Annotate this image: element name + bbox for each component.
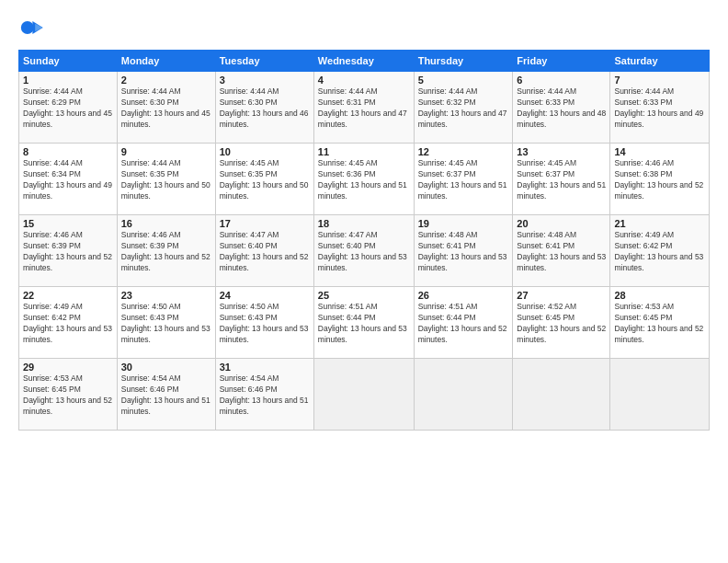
calendar-cell: [313, 359, 414, 431]
day-number: 25: [318, 290, 410, 301]
calendar-cell: [414, 359, 513, 431]
day-info: Sunrise: 4:50 AMSunset: 6:43 PMDaylight:…: [220, 302, 310, 346]
day-info: Sunrise: 4:44 AMSunset: 6:32 PMDaylight:…: [418, 86, 509, 131]
day-number: 16: [121, 218, 211, 229]
day-info: Sunrise: 4:44 AMSunset: 6:34 PMDaylight:…: [23, 158, 113, 202]
day-info: Sunrise: 4:46 AMSunset: 6:39 PMDaylight:…: [121, 230, 211, 274]
calendar-cell: 31Sunrise: 4:54 AMSunset: 6:46 PMDayligh…: [215, 359, 313, 431]
calendar-cell: 9Sunrise: 4:44 AMSunset: 6:35 PMDaylight…: [117, 144, 215, 215]
day-info: Sunrise: 4:44 AMSunset: 6:30 PMDaylight:…: [121, 86, 211, 131]
day-number: 10: [220, 146, 310, 157]
day-number: 6: [517, 75, 606, 86]
day-number: 11: [318, 146, 410, 157]
day-number: 15: [23, 218, 113, 229]
calendar-cell: 10Sunrise: 4:45 AMSunset: 6:35 PMDayligh…: [215, 144, 313, 215]
day-info: Sunrise: 4:50 AMSunset: 6:43 PMDaylight:…: [121, 302, 211, 346]
week-row-4: 22Sunrise: 4:49 AMSunset: 6:42 PMDayligh…: [19, 287, 710, 359]
logo-icon: [18, 15, 44, 40]
day-number: 4: [318, 75, 410, 86]
header-day-wednesday: Wednesday: [313, 51, 414, 72]
day-number: 17: [220, 218, 310, 229]
calendar-cell: 26Sunrise: 4:51 AMSunset: 6:44 PMDayligh…: [414, 287, 513, 359]
calendar-cell: 7Sunrise: 4:44 AMSunset: 6:33 PMDaylight…: [610, 72, 710, 144]
day-info: Sunrise: 4:45 AMSunset: 6:36 PMDaylight:…: [318, 158, 410, 202]
day-info: Sunrise: 4:49 AMSunset: 6:42 PMDaylight:…: [23, 302, 113, 346]
day-number: 31: [220, 362, 310, 373]
calendar-cell: 3Sunrise: 4:44 AMSunset: 6:30 PMDaylight…: [215, 72, 313, 144]
day-number: 9: [121, 146, 211, 157]
calendar-table: SundayMondayTuesdayWednesdayThursdayFrid…: [18, 50, 710, 431]
day-info: Sunrise: 4:45 AMSunset: 6:37 PMDaylight:…: [517, 158, 606, 202]
calendar-cell: 6Sunrise: 4:44 AMSunset: 6:33 PMDaylight…: [513, 72, 610, 144]
day-info: Sunrise: 4:53 AMSunset: 6:45 PMDaylight:…: [23, 373, 113, 418]
calendar-cell: 22Sunrise: 4:49 AMSunset: 6:42 PMDayligh…: [19, 287, 118, 359]
week-row-1: 1Sunrise: 4:44 AMSunset: 6:29 PMDaylight…: [19, 72, 710, 144]
day-info: Sunrise: 4:47 AMSunset: 6:40 PMDaylight:…: [318, 230, 410, 274]
header-day-thursday: Thursday: [414, 51, 513, 72]
day-info: Sunrise: 4:45 AMSunset: 6:37 PMDaylight:…: [418, 158, 509, 202]
day-info: Sunrise: 4:44 AMSunset: 6:30 PMDaylight:…: [220, 86, 310, 131]
day-number: 12: [418, 146, 509, 157]
calendar-cell: 29Sunrise: 4:53 AMSunset: 6:45 PMDayligh…: [19, 359, 118, 431]
day-info: Sunrise: 4:46 AMSunset: 6:39 PMDaylight:…: [23, 230, 113, 274]
svg-marker-2: [35, 24, 42, 31]
day-number: 21: [614, 218, 705, 229]
day-info: Sunrise: 4:53 AMSunset: 6:45 PMDaylight:…: [614, 302, 705, 346]
day-info: Sunrise: 4:49 AMSunset: 6:42 PMDaylight:…: [614, 230, 705, 274]
day-number: 29: [23, 362, 113, 373]
calendar-cell: 27Sunrise: 4:52 AMSunset: 6:45 PMDayligh…: [513, 287, 610, 359]
day-number: 20: [517, 218, 606, 229]
calendar-cell: 15Sunrise: 4:46 AMSunset: 6:39 PMDayligh…: [19, 215, 118, 287]
week-row-5: 29Sunrise: 4:53 AMSunset: 6:45 PMDayligh…: [19, 359, 710, 431]
header-day-saturday: Saturday: [610, 51, 710, 72]
calendar-cell: 28Sunrise: 4:53 AMSunset: 6:45 PMDayligh…: [610, 287, 710, 359]
day-number: 8: [23, 146, 113, 157]
day-info: Sunrise: 4:48 AMSunset: 6:41 PMDaylight:…: [418, 230, 509, 274]
day-info: Sunrise: 4:46 AMSunset: 6:38 PMDaylight:…: [614, 158, 705, 202]
day-info: Sunrise: 4:51 AMSunset: 6:44 PMDaylight:…: [418, 302, 509, 346]
day-number: 23: [121, 290, 211, 301]
day-number: 2: [121, 75, 211, 86]
day-info: Sunrise: 4:44 AMSunset: 6:33 PMDaylight:…: [614, 86, 705, 131]
calendar-header-row: SundayMondayTuesdayWednesdayThursdayFrid…: [19, 51, 710, 72]
day-number: 14: [614, 146, 705, 157]
calendar-cell: [610, 359, 710, 431]
day-number: 26: [418, 290, 509, 301]
calendar-cell: 19Sunrise: 4:48 AMSunset: 6:41 PMDayligh…: [414, 215, 513, 287]
header: [18, 15, 710, 40]
calendar-cell: 25Sunrise: 4:51 AMSunset: 6:44 PMDayligh…: [313, 287, 414, 359]
day-info: Sunrise: 4:44 AMSunset: 6:31 PMDaylight:…: [318, 86, 410, 131]
day-number: 3: [220, 75, 310, 86]
day-number: 18: [318, 218, 410, 229]
calendar-cell: 23Sunrise: 4:50 AMSunset: 6:43 PMDayligh…: [117, 287, 215, 359]
calendar-cell: 18Sunrise: 4:47 AMSunset: 6:40 PMDayligh…: [313, 215, 414, 287]
calendar-cell: 2Sunrise: 4:44 AMSunset: 6:30 PMDaylight…: [117, 72, 215, 144]
day-number: 13: [517, 146, 606, 157]
day-number: 5: [418, 75, 509, 86]
calendar-cell: [513, 359, 610, 431]
day-number: 24: [220, 290, 310, 301]
day-info: Sunrise: 4:44 AMSunset: 6:35 PMDaylight:…: [121, 158, 211, 202]
day-number: 1: [23, 75, 113, 86]
day-info: Sunrise: 4:51 AMSunset: 6:44 PMDaylight:…: [318, 302, 410, 346]
header-day-monday: Monday: [117, 51, 215, 72]
week-row-3: 15Sunrise: 4:46 AMSunset: 6:39 PMDayligh…: [19, 215, 710, 287]
calendar-cell: 11Sunrise: 4:45 AMSunset: 6:36 PMDayligh…: [313, 144, 414, 215]
day-info: Sunrise: 4:48 AMSunset: 6:41 PMDaylight:…: [517, 230, 606, 274]
day-number: 30: [121, 362, 211, 373]
day-number: 19: [418, 218, 509, 229]
day-info: Sunrise: 4:44 AMSunset: 6:29 PMDaylight:…: [23, 86, 113, 131]
day-number: 27: [517, 290, 606, 301]
calendar-cell: 5Sunrise: 4:44 AMSunset: 6:32 PMDaylight…: [414, 72, 513, 144]
calendar-cell: 12Sunrise: 4:45 AMSunset: 6:37 PMDayligh…: [414, 144, 513, 215]
day-number: 28: [614, 290, 705, 301]
header-day-tuesday: Tuesday: [215, 51, 313, 72]
calendar-cell: 14Sunrise: 4:46 AMSunset: 6:38 PMDayligh…: [610, 144, 710, 215]
day-number: 22: [23, 290, 113, 301]
week-row-2: 8Sunrise: 4:44 AMSunset: 6:34 PMDaylight…: [19, 144, 710, 215]
day-info: Sunrise: 4:44 AMSunset: 6:33 PMDaylight:…: [517, 86, 606, 131]
day-info: Sunrise: 4:54 AMSunset: 6:46 PMDaylight:…: [220, 373, 310, 418]
calendar-cell: 17Sunrise: 4:47 AMSunset: 6:40 PMDayligh…: [215, 215, 313, 287]
calendar-cell: 8Sunrise: 4:44 AMSunset: 6:34 PMDaylight…: [19, 144, 118, 215]
day-info: Sunrise: 4:45 AMSunset: 6:35 PMDaylight:…: [220, 158, 310, 202]
